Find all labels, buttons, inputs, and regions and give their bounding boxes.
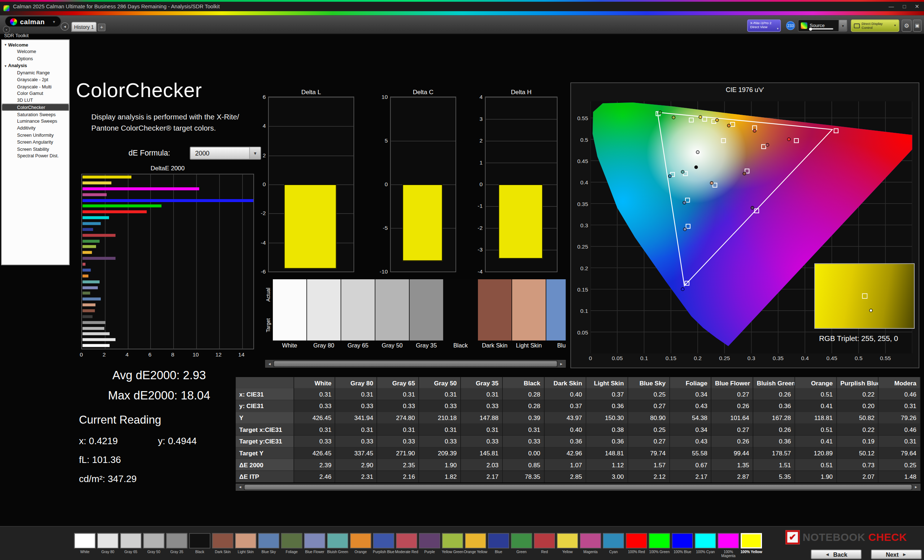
close-button[interactable]: ✕ [915,4,919,9]
sidebar-item-grayscale-2pt[interactable]: Grayscale - 2pt [2,76,69,83]
table-cell: 0.51 [795,459,837,471]
direct-display-control-button[interactable]: Direct Display Control ▼ [851,19,900,32]
patch-swatch [258,533,279,548]
patch-tile-white [273,279,306,341]
sidebar-item-welcome[interactable]: Welcome [2,48,69,55]
measurement-table-grid: WhiteGray 80Gray 65Gray 50Gray 35BlackDa… [236,377,920,482]
back-button[interactable]: ◄ Back [811,550,861,559]
sidebar-section-label: Analysis [8,63,27,69]
sidebar-item-saturation-sweeps[interactable]: Saturation Sweeps [2,111,69,118]
table-column-header-gray-65: Gray 65 [377,377,419,388]
actual-row-label: Actual [265,279,273,310]
sidebar-item-screen-stability[interactable]: Screen Stability [2,146,69,153]
sidebar-item-options[interactable]: Options [2,55,69,62]
deltae-bar-purplish-blue [82,268,91,271]
sidebar-item-spectral-power-dist[interactable]: Spectral Power Dist. [2,153,69,159]
table-cell: 0.31 [335,424,377,436]
display-view-button[interactable]: ▣ [913,19,921,32]
table-cell: 0.20 [837,400,879,412]
patch-button-label: 100% Green [648,550,671,554]
table-cell: 0.22 [837,388,879,400]
deltae-chart-title: DeltaE 2000 [81,165,254,172]
calman-menu-button[interactable]: calman ▼ [5,16,62,27]
sidebar-item-colorchecker[interactable]: ColorChecker [2,104,69,111]
next-button[interactable]: Next ► [871,550,921,559]
table-cell: 1.12 [586,459,628,471]
patch-swatch [603,533,624,548]
de-formula-dropdown[interactable]: 2000 ▼ [190,147,261,160]
sidebar-section-welcome[interactable]: ▾Welcome [2,41,69,48]
table-cell: 0.43 [669,436,711,448]
sidebar-item-screen-uniformity[interactable]: Screen Uniformity [2,132,69,139]
meter-select-button[interactable]: X-Rite i1Pro 2 Direct View ▼ [747,19,781,32]
scroll-right-icon[interactable]: ► [557,361,565,367]
patch-comparison-strip: Actual Target WhiteGray 80Gray 65Gray 50… [265,279,566,353]
sidebar-item-additivity[interactable]: Additivity [2,125,69,132]
table-row-x-cie31: x: CIE310.310.310.310.310.310.280.400.37… [236,388,920,400]
collapse-panel-button[interactable]: ◄ [61,22,69,31]
window-title: Calman 2025 Calman Ultimate for Business… [13,2,220,11]
max-de2000-readout: Max dE2000: 18.04 [71,389,248,403]
page-title: ColorChecker [76,79,202,102]
workspace-dot-button[interactable]: ● [3,26,10,33]
sidebar-item-color-gamut[interactable]: Color Gamut [2,90,69,97]
tick-label: 0.3 [744,355,758,361]
source-select-button[interactable]: Source ▼ [798,19,848,32]
scroll-left-icon[interactable]: ◄ [236,484,244,490]
deltae-bar-gray-80 [82,338,116,341]
scrollbar-thumb[interactable] [245,485,912,490]
table-cell: 79.26 [878,412,920,424]
gridline [268,126,353,127]
scroll-right-icon[interactable]: ► [912,484,920,490]
source-slider[interactable] [810,28,833,29]
table-cell: 0.38 [586,424,628,436]
meter-mode: Direct View [750,25,778,29]
chevron-down-icon[interactable]: ▼ [838,20,847,31]
maximize-button[interactable]: □ [903,4,906,9]
table-scrollbar[interactable]: ◄ ► [236,484,920,491]
patch-button-label: Bluish Green [326,550,350,554]
patch-strip-scrollbar[interactable]: ◄ ► [265,360,566,368]
direct-display-control-label: Direct Display Control [861,22,892,30]
table-cell: 0.25 [878,459,920,471]
meter-count-badge: 233 [786,21,795,30]
plus-icon: + [100,25,103,30]
deltae-bar-foliage [82,292,90,295]
tick-label: 0.55 [572,115,588,121]
patch-button-label: Purplish Blue [372,550,395,554]
table-cell: 2.39 [294,459,335,471]
table-cell: 120.89 [795,447,837,459]
sidebar-item-luminance-sweeps[interactable]: Luminance Sweeps [2,118,69,125]
patch-button-label: Light Skin [234,550,257,554]
tick-label: 14 [236,351,246,358]
measured-marker-icon [869,309,873,313]
add-tab-button[interactable]: + [98,24,105,31]
table-cell: 54.38 [669,412,711,424]
tab-history-1[interactable]: History 1 [72,22,97,32]
patch-tile-dark-skin [478,279,512,341]
sidebar-section-analysis[interactable]: ▾Analysis [2,62,69,69]
patch-swatch [442,533,463,548]
sidebar-item-screen-angularity[interactable]: Screen Angularity [2,139,69,145]
tick-label: 0.05 [610,355,624,361]
scroll-left-icon[interactable]: ◄ [266,361,273,367]
table-cell: 1.82 [418,470,460,482]
patch-button-label: Green [510,550,533,554]
table-cell: 0.26 [753,388,795,400]
settings-button[interactable]: ⚙ [902,19,912,32]
scrollbar-thumb[interactable] [274,361,557,367]
table-column-header-gray-35: Gray 35 [460,377,502,388]
minimize-button[interactable]: — [889,4,894,9]
tick-label: 0.15 [664,355,678,361]
table-cell: 0.40 [544,424,586,436]
delta-bar-100pct-yellow [498,184,543,258]
source-icon [801,22,807,29]
sidebar-item-grayscale-multi[interactable]: Grayscale - Multi [2,83,69,90]
sidebar-item-dynamic-range[interactable]: Dynamic Range [2,69,69,76]
table-cell: 1.48 [878,470,920,482]
patch-swatch [557,533,578,548]
sidebar-item-3d-lut[interactable]: 3D LUT [2,97,69,104]
notebookcheck-logo-icon: ✔ [785,530,800,544]
table-cell: 2.16 [377,470,419,482]
patch-swatch [534,533,555,548]
